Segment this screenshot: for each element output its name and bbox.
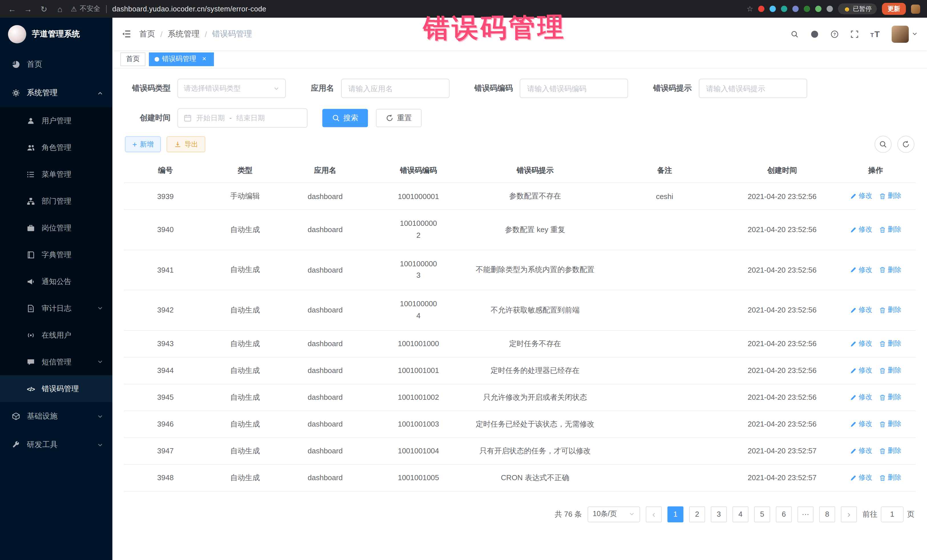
export-button[interactable]: 导出: [167, 136, 205, 152]
edit-button[interactable]: 修改: [850, 366, 872, 375]
check-extension-icon[interactable]: [781, 6, 787, 12]
tab-error-code[interactable]: 错误码管理×: [149, 52, 214, 66]
megaphone-icon: [26, 278, 35, 285]
error-type-select[interactable]: 请选择错误码类型: [178, 79, 286, 98]
code-icon: </>: [26, 385, 35, 392]
edit-button[interactable]: 修改: [850, 392, 872, 402]
edit-button[interactable]: 修改: [850, 191, 872, 201]
hamburger-icon[interactable]: [122, 29, 131, 39]
edit-button[interactable]: 修改: [850, 225, 872, 234]
delete-button[interactable]: 删除: [879, 392, 901, 402]
pagination-total: 共 76 条: [555, 509, 582, 519]
search-button[interactable]: 搜索: [322, 109, 368, 127]
cell-hint: 定时任务不存在: [470, 331, 601, 357]
sidebar-item-notice[interactable]: 通知公告: [0, 268, 112, 295]
reset-button[interactable]: 重置: [376, 109, 422, 127]
browser-profile-avatar[interactable]: [911, 4, 920, 14]
sidebar-item-online-user[interactable]: 在线用户: [0, 322, 112, 348]
browser-reload-icon[interactable]: ↻: [39, 4, 49, 14]
sidebar-item-infra[interactable]: 基础设施: [0, 402, 112, 431]
fullscreen-icon[interactable]: [850, 30, 858, 38]
security-indicator[interactable]: ⚠ 不安全: [71, 4, 100, 14]
tab-home[interactable]: 首页: [120, 52, 146, 66]
error-code-value: 1001000004: [400, 298, 437, 322]
delete-button[interactable]: 删除: [879, 366, 901, 375]
edit-button[interactable]: 修改: [850, 339, 872, 348]
table-search-button[interactable]: [874, 136, 892, 153]
prev-page-button[interactable]: ‹: [646, 506, 662, 522]
delete-button[interactable]: 删除: [879, 339, 901, 348]
table-refresh-button[interactable]: [897, 136, 915, 153]
close-icon[interactable]: ×: [200, 55, 208, 63]
breadcrumb-item[interactable]: 首页: [139, 29, 155, 39]
bookmark-star-icon[interactable]: ☆: [746, 5, 753, 13]
edit-button[interactable]: 修改: [850, 446, 872, 456]
more-pages-button[interactable]: ···: [798, 506, 813, 522]
delete-button[interactable]: 删除: [879, 446, 901, 456]
sidebar-item-dict[interactable]: 字典管理: [0, 241, 112, 268]
chevron-down-icon: [629, 511, 635, 518]
sidebar-item-error-code[interactable]: </>错误码管理: [0, 375, 112, 402]
browser-back-icon[interactable]: ←: [7, 4, 17, 14]
delete-button[interactable]: 删除: [879, 225, 901, 234]
browser-home-icon[interactable]: ⌂: [55, 4, 65, 14]
add-button[interactable]: + 新增: [125, 136, 161, 152]
help-icon[interactable]: ?: [830, 30, 838, 38]
paw-extension-icon[interactable]: [816, 6, 822, 12]
delete-button[interactable]: 删除: [879, 419, 901, 429]
puzzle-extension-icon[interactable]: [827, 6, 833, 12]
delete-button[interactable]: 删除: [879, 265, 901, 275]
goto-page-input[interactable]: [881, 506, 904, 522]
address-url[interactable]: dashboard.yudao.iocoder.cn/system/error-…: [112, 5, 266, 13]
tab-label: 错误码管理: [162, 54, 196, 64]
breadcrumb-item[interactable]: 系统管理: [168, 29, 200, 39]
sidebar-item-dept[interactable]: 部门管理: [0, 188, 112, 214]
date-range-picker[interactable]: 开始日期 - 结束日期: [178, 108, 307, 128]
cell-id: 3941: [124, 250, 207, 290]
sidebar-item-menu[interactable]: 菜单管理: [0, 161, 112, 188]
chevron-up-icon: [97, 90, 103, 96]
page-button-1[interactable]: 1: [667, 506, 684, 522]
sidebar-item-audit-log[interactable]: 审计日志: [0, 295, 112, 322]
next-page-button[interactable]: ›: [841, 506, 857, 522]
on-extension-icon[interactable]: [804, 6, 810, 12]
book-icon: [26, 250, 35, 259]
sidebar-item-sms[interactable]: 短信管理: [0, 348, 112, 375]
apps-extension-icon[interactable]: [793, 6, 799, 12]
water-extension-icon[interactable]: [770, 6, 776, 12]
update-button[interactable]: 更新: [882, 3, 906, 15]
sidebar-item-label: 菜单管理: [42, 169, 71, 179]
sidebar-item-user[interactable]: 用户管理: [0, 107, 112, 134]
column-header: 备注: [601, 159, 728, 183]
sidebar-item-devtools[interactable]: 研发工具: [0, 431, 112, 459]
page-button-2[interactable]: 2: [689, 506, 705, 522]
delete-button[interactable]: 删除: [879, 191, 901, 201]
error-code-input[interactable]: [526, 83, 622, 93]
page-button-4[interactable]: 4: [732, 506, 748, 522]
sidebar-item-home[interactable]: 首页: [0, 50, 112, 79]
error-hint-input[interactable]: [705, 83, 801, 93]
delete-button[interactable]: 删除: [879, 473, 901, 483]
edit-button[interactable]: 修改: [850, 265, 872, 275]
paused-badge[interactable]: ☻ 已暂停: [838, 3, 877, 14]
app-name-input[interactable]: [347, 83, 443, 93]
github-icon[interactable]: [810, 30, 818, 38]
edit-button[interactable]: 修改: [850, 305, 872, 315]
cell-remark: [601, 290, 728, 330]
search-icon[interactable]: [790, 30, 798, 38]
font-size-icon[interactable]: TT: [870, 30, 880, 38]
page-button-3[interactable]: 3: [711, 506, 727, 522]
page-button-6[interactable]: 6: [776, 506, 792, 522]
page-button-5[interactable]: 5: [754, 506, 770, 522]
user-menu[interactable]: [892, 25, 918, 42]
sidebar-item-system[interactable]: 系统管理: [0, 79, 112, 107]
record-extension-icon[interactable]: [758, 6, 765, 12]
page-button-8[interactable]: 8: [819, 506, 835, 522]
sidebar-item-post[interactable]: 岗位管理: [0, 214, 112, 241]
edit-button[interactable]: 修改: [850, 419, 872, 429]
page-size-select[interactable]: 10条/页: [588, 506, 640, 522]
browser-forward-icon[interactable]: →: [23, 4, 33, 14]
sidebar-item-role[interactable]: 角色管理: [0, 134, 112, 161]
delete-button[interactable]: 删除: [879, 305, 901, 315]
edit-button[interactable]: 修改: [850, 473, 872, 483]
